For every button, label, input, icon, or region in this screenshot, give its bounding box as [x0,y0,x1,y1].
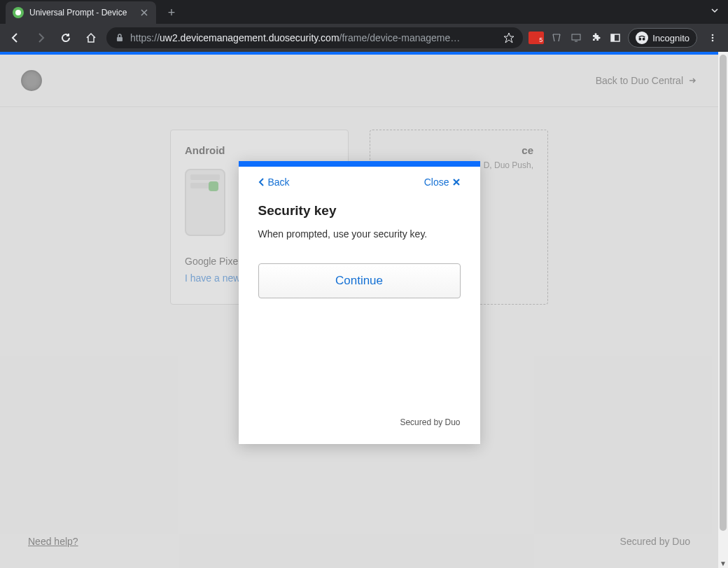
modal-back-button[interactable]: Back [258,176,290,188]
modal-text: When prompted, use your security key. [258,228,461,240]
svg-point-4 [639,38,642,41]
cast-icon[interactable] [550,31,564,45]
new-tab-button[interactable]: + [162,3,181,22]
url-host: uw2.devicemanagement.duosecurity.com [160,32,340,43]
modal-close-label: Close [424,176,449,188]
puzzle-icon[interactable] [589,31,603,45]
modal-overlay: Back Close Security key When prompted, u… [0,55,718,568]
svg-rect-0 [117,37,122,41]
page-content: Back to Duo Central Android Google Pixe … [0,55,718,568]
svg-rect-1 [572,34,580,40]
incognito-label: Incognito [652,33,690,43]
close-icon[interactable] [139,8,149,18]
scrollbar[interactable]: ▲ ▼ [718,52,728,568]
close-icon [452,178,461,186]
incognito-icon [636,32,648,44]
tab-bar: Universal Prompt - Device + [0,0,728,24]
address-bar[interactable]: https://uw2.devicemanagement.duosecurity… [106,27,523,48]
scrollbar-thumb[interactable] [720,55,727,531]
favicon-icon [13,7,24,18]
modal-footer: Secured by Duo [239,417,480,444]
extension-icon[interactable]: 5 [528,32,544,44]
browser-tab[interactable]: Universal Prompt - Device [6,1,156,24]
reload-button[interactable] [56,28,76,48]
viewport: Back to Duo Central Android Google Pixe … [0,52,728,568]
url-path: /frame/device-manageme… [340,32,461,43]
security-key-modal: Back Close Security key When prompted, u… [239,161,480,444]
home-button[interactable] [81,28,101,48]
star-icon[interactable] [503,32,514,43]
svg-point-8 [712,40,714,42]
modal-back-label: Back [268,176,290,188]
modal-body: Security key When prompted, use your sec… [239,188,480,305]
toolbar-right: 5 Incognito [528,28,722,48]
browser-toolbar: https://uw2.devicemanagement.duosecurity… [0,24,728,52]
display-icon[interactable] [569,31,583,45]
modal-title: Security key [258,203,461,219]
modal-accent [239,161,480,167]
browser-chrome: Universal Prompt - Device + https://uw2. [0,0,728,52]
url-prefix: https:// [130,32,160,43]
tabs-dropdown-icon[interactable] [710,6,720,15]
tab-title: Universal Prompt - Device [29,8,134,18]
scroll-down-icon[interactable]: ▼ [718,558,728,568]
nav-forward-button[interactable] [31,28,50,48]
svg-point-7 [712,37,714,39]
modal-close-button[interactable]: Close [424,176,461,188]
incognito-indicator[interactable]: Incognito [628,28,697,48]
url-text: https://uw2.devicemanagement.duosecurity… [130,32,498,43]
nav-back-button[interactable] [6,28,25,48]
extension-badge: 5 [539,36,542,43]
panel-icon[interactable] [608,31,622,45]
continue-button[interactable]: Continue [258,263,461,298]
chevron-left-icon [258,178,265,186]
svg-rect-3 [611,34,615,41]
modal-header: Back Close [239,167,480,188]
svg-point-5 [643,38,645,41]
lock-icon [115,33,125,43]
kebab-menu-icon[interactable] [703,28,722,48]
svg-point-6 [712,34,714,36]
